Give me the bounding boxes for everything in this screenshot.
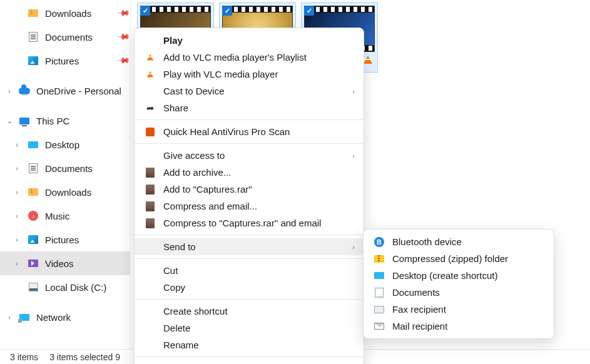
blank-icon <box>143 241 157 253</box>
menu-item-cast[interactable]: Cast to Device › <box>135 83 364 99</box>
sendto-documents[interactable]: Documents <box>364 284 554 301</box>
menu-item-properties[interactable]: Properties <box>135 360 364 364</box>
disk-icon <box>28 281 39 293</box>
sidebar-item-label: OneDrive - Personal <box>36 86 130 96</box>
chevron-right-icon[interactable]: › <box>4 87 15 94</box>
sidebar-item-downloads-pc[interactable]: › Downloads <box>0 180 130 204</box>
vlc-cone-icon <box>143 69 157 80</box>
sidebar-item-label: Downloads <box>45 8 119 19</box>
blank-icon <box>143 282 157 293</box>
context-menu[interactable]: Play Add to VLC media player's Playlist … <box>134 28 364 364</box>
sidebar-item-onedrive[interactable]: › OneDrive - Personal <box>0 79 130 103</box>
blank-icon <box>143 35 157 46</box>
menu-item-cut[interactable]: Cut <box>135 262 364 279</box>
sendto-fax[interactable]: Fax recipient <box>364 301 554 318</box>
chevron-right-icon[interactable]: › <box>11 236 23 243</box>
sendto-desktop[interactable]: Desktop (create shortcut) <box>364 267 554 284</box>
menu-item-play[interactable]: Play <box>135 32 364 49</box>
sidebar-item-documents-pc[interactable]: › Documents <box>0 156 130 180</box>
sendto-mail[interactable]: Mail recipient <box>364 318 554 335</box>
network-icon <box>19 311 30 323</box>
menu-item-vlc-play[interactable]: Play with VLC media player <box>135 66 364 83</box>
desktop-icon <box>372 270 386 281</box>
chevron-right-icon[interactable]: › <box>11 164 23 172</box>
download-folder-icon <box>28 8 39 19</box>
sidebar-item-label: Pictures <box>45 235 130 245</box>
sidebar-item-label: Desktop <box>45 139 130 150</box>
chevron-down-icon[interactable]: ⌄ <box>4 117 15 125</box>
menu-item-send-to[interactable]: Send to › <box>135 238 364 255</box>
menu-item-rename[interactable]: Rename <box>135 336 364 353</box>
menu-item-rar-email-named[interactable]: Compress to "Captures.rar" and email <box>135 215 364 231</box>
status-item-count: 3 items <box>10 352 38 362</box>
sendto-compressed[interactable]: Compressed (zipped) folder <box>364 250 554 267</box>
sidebar-item-label: Pictures <box>45 56 119 66</box>
sidebar-item-desktop[interactable]: › Desktop <box>0 133 130 156</box>
menu-item-delete[interactable]: Delete <box>135 320 364 336</box>
menu-separator <box>135 235 364 235</box>
menu-item-quickheal[interactable]: Quick Heal AntiVirus Pro Scan <box>135 123 364 140</box>
sidebar-item-pictures-pc[interactable]: › Pictures <box>0 228 130 251</box>
pin-icon: 📌 <box>117 29 130 44</box>
pin-icon: 📌 <box>117 6 130 20</box>
menu-item-give-access[interactable]: Give access to › <box>135 147 364 164</box>
blank-icon <box>143 323 157 334</box>
selected-checkmark-icon[interactable]: ✓ <box>140 6 150 16</box>
sidebar-item-network[interactable]: › Network <box>0 305 130 329</box>
documents-icon <box>372 287 386 298</box>
menu-separator <box>135 258 364 259</box>
desktop-icon <box>28 139 39 150</box>
sidebar-item-label: Documents <box>45 163 130 174</box>
sidebar-item-thispc[interactable]: ⌄ This PC <box>0 109 130 133</box>
selected-checkmark-icon[interactable]: ✓ <box>222 6 232 16</box>
chevron-right-icon: › <box>352 243 355 251</box>
download-folder-icon <box>28 186 39 198</box>
navigation-pane[interactable]: Downloads 📌 Documents 📌 Pictures 📌 › One… <box>0 0 130 349</box>
menu-separator <box>135 143 364 144</box>
sidebar-item-label: Videos <box>45 258 130 269</box>
sidebar-item-music[interactable]: › ♪ Music <box>0 204 130 228</box>
menu-item-create-shortcut[interactable]: Create shortcut <box>135 303 364 320</box>
video-icon <box>28 258 39 269</box>
menu-item-rar-email[interactable]: Compress and email... <box>135 198 364 215</box>
bluetooth-icon: B <box>372 236 386 248</box>
fax-icon <box>372 304 386 315</box>
zip-folder-icon <box>372 253 386 265</box>
winrar-icon <box>143 218 157 229</box>
sendto-bluetooth[interactable]: B Bluetooth device <box>364 233 554 250</box>
menu-separator <box>135 299 364 300</box>
music-icon: ♪ <box>28 210 39 221</box>
sidebar-item-documents[interactable]: Documents 📌 <box>0 25 130 49</box>
sidebar-item-label: This PC <box>36 116 130 126</box>
blank-icon <box>143 265 157 276</box>
chevron-right-icon: › <box>352 88 355 95</box>
menu-separator <box>135 356 364 357</box>
pc-icon <box>19 115 30 126</box>
sidebar-item-downloads[interactable]: Downloads 📌 <box>0 1 130 25</box>
selected-checkmark-icon[interactable]: ✓ <box>304 6 314 16</box>
document-icon <box>28 163 39 174</box>
chevron-right-icon[interactable]: › <box>11 188 23 196</box>
send-to-submenu[interactable]: B Bluetooth device Compressed (zipped) f… <box>363 229 554 339</box>
sidebar-item-label: Local Disk (C:) <box>45 282 130 293</box>
document-icon <box>28 31 39 43</box>
chevron-right-icon[interactable]: › <box>11 260 23 267</box>
winrar-icon <box>143 201 157 212</box>
share-icon: ➦ <box>143 103 157 114</box>
sidebar-item-localdisk[interactable]: › Local Disk (C:) <box>0 275 130 299</box>
menu-item-rar-add-named[interactable]: Add to "Captures.rar" <box>135 181 364 198</box>
sidebar-item-label: Network <box>36 312 130 323</box>
menu-item-share[interactable]: ➦ Share <box>135 99 364 116</box>
sidebar-item-pictures[interactable]: Pictures 📌 <box>0 49 130 73</box>
quickheal-icon <box>143 126 157 138</box>
pictures-icon <box>28 234 39 245</box>
menu-item-vlc-playlist[interactable]: Add to VLC media player's Playlist <box>135 49 364 66</box>
status-selected-count: 3 items selected 9 <box>49 352 120 362</box>
chevron-right-icon[interactable]: › <box>4 313 15 321</box>
menu-item-copy[interactable]: Copy <box>135 279 364 296</box>
sidebar-item-videos[interactable]: › Videos <box>0 251 130 275</box>
sidebar-item-label: Downloads <box>45 187 130 198</box>
chevron-right-icon[interactable]: › <box>11 141 23 148</box>
menu-item-rar-add[interactable]: Add to archive... <box>135 164 364 181</box>
chevron-right-icon[interactable]: › <box>11 212 23 220</box>
